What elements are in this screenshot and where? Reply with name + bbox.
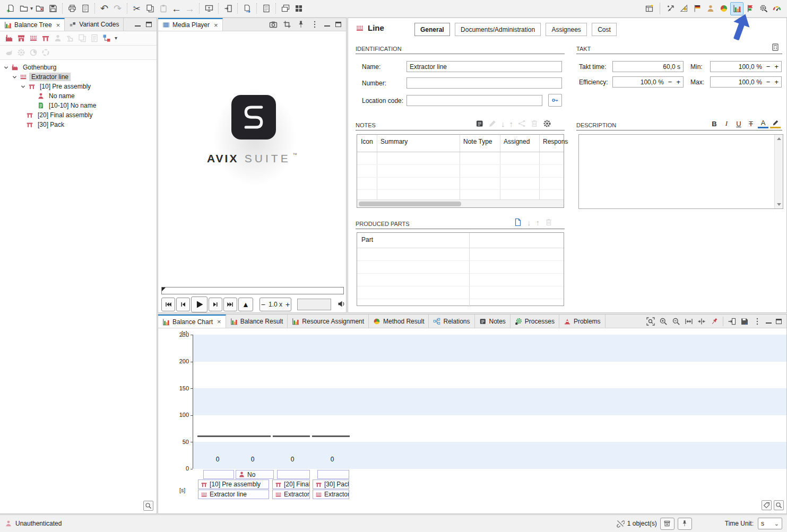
- gear-icon[interactable]: [17, 48, 25, 57]
- chart-column-box[interactable]: [203, 470, 234, 479]
- station-import-icon[interactable]: [202, 2, 215, 15]
- report-icon[interactable]: [260, 2, 273, 15]
- zoom-fit-icon[interactable]: [646, 317, 655, 326]
- pin-chart-icon[interactable]: [710, 317, 719, 326]
- add-part-icon[interactable]: [514, 218, 522, 226]
- speaker-icon[interactable]: [338, 300, 346, 308]
- tree-item-30-pack[interactable]: [30] Pack: [0, 120, 157, 129]
- chart-zoom-button[interactable]: [774, 500, 784, 510]
- tab-balance-result[interactable]: Balance Result: [226, 315, 288, 328]
- notes-hscrollbar[interactable]: [357, 199, 564, 207]
- tile-windows-icon[interactable]: [292, 2, 305, 15]
- column-header[interactable]: Note Type: [463, 138, 492, 145]
- print-icon[interactable]: [65, 2, 79, 15]
- chart-group-line-box[interactable]: Extractor line: [198, 490, 269, 499]
- close-icon[interactable]: ×: [214, 21, 218, 29]
- tab-cost[interactable]: Cost: [592, 23, 617, 36]
- tab-general[interactable]: General: [414, 23, 450, 36]
- forward-icon[interactable]: →: [183, 2, 196, 15]
- seek-bar[interactable]: [161, 287, 344, 294]
- undo-icon[interactable]: ↶: [98, 2, 111, 15]
- speed-plus-icon[interactable]: +: [286, 300, 290, 309]
- refresh-shutter-icon[interactable]: [41, 48, 50, 57]
- edit-note-icon[interactable]: [488, 119, 497, 128]
- tab-notes[interactable]: Notes: [475, 315, 511, 328]
- minimize-icon[interactable]: [135, 22, 141, 27]
- min-field[interactable]: 100,0 % − +: [710, 61, 782, 72]
- scrollbar-thumb[interactable]: [359, 202, 461, 206]
- chart-column-box[interactable]: [317, 470, 349, 479]
- redo-icon[interactable]: ↷: [111, 2, 124, 15]
- language-flag-icon[interactable]: [690, 2, 704, 15]
- gauge-icon[interactable]: [770, 2, 783, 15]
- chart-group-station-box[interactable]: [20] Final: [272, 479, 310, 489]
- pin-icon[interactable]: [297, 20, 305, 29]
- font-color-icon[interactable]: A: [758, 119, 768, 128]
- play-button[interactable]: [191, 296, 207, 312]
- description-textarea[interactable]: [578, 134, 783, 209]
- tree-zoom-button[interactable]: [143, 501, 153, 511]
- tree-item-10-pre-assembly[interactable]: [10] Pre assembly: [0, 82, 157, 91]
- eject-button[interactable]: ▲: [238, 298, 253, 311]
- tab-balance-chart[interactable]: Balance Chart ×: [158, 315, 226, 328]
- expander-chevron-icon[interactable]: [12, 74, 18, 80]
- menu-dots-icon[interactable]: [753, 317, 762, 326]
- chart-column-box[interactable]: [277, 470, 310, 479]
- description-vscrollbar[interactable]: [774, 135, 783, 208]
- print-preview-icon[interactable]: [79, 2, 92, 15]
- hierarchy-dropdown-caret-icon[interactable]: ▾: [115, 36, 117, 41]
- tree-item-20-final-assembly[interactable]: [20] Final assembly: [0, 110, 157, 120]
- fit-center-icon[interactable]: [697, 317, 706, 326]
- stepper-plus-icon[interactable]: +: [676, 79, 680, 85]
- takt-time-field[interactable]: 60,0 s: [612, 61, 684, 72]
- measure-ruler-icon[interactable]: [677, 2, 690, 15]
- stepper-minus-icon[interactable]: −: [766, 79, 771, 85]
- expander-chevron-icon[interactable]: [20, 84, 26, 90]
- chart-tag-button[interactable]: [762, 500, 772, 510]
- location-code-picker-button[interactable]: [548, 94, 562, 107]
- maximize-icon[interactable]: [146, 22, 152, 27]
- tree-item-gothenburg[interactable]: Gothenburg: [0, 63, 157, 72]
- scroll-down-arrow-icon[interactable]: [775, 200, 783, 208]
- save-icon[interactable]: [46, 2, 59, 15]
- cascade-windows-icon[interactable]: [279, 2, 292, 15]
- fit-width-icon[interactable]: [685, 317, 693, 326]
- strikethrough-icon[interactable]: T: [746, 119, 756, 128]
- zoom-in-icon[interactable]: [659, 317, 668, 326]
- chart-column-box[interactable]: No: [236, 470, 274, 479]
- add-document-icon[interactable]: [90, 34, 99, 42]
- italic-icon[interactable]: I: [721, 119, 732, 128]
- stepper-minus-icon[interactable]: −: [668, 79, 672, 85]
- minimize-icon[interactable]: [324, 22, 330, 27]
- produced-parts-table[interactable]: Part: [357, 232, 564, 306]
- chart-group-station-box[interactable]: [30] Pack: [313, 479, 349, 489]
- add-line-icon[interactable]: [29, 34, 38, 42]
- window-layout-icon[interactable]: [643, 2, 656, 15]
- archive-button[interactable]: [660, 518, 674, 530]
- tab-assignees[interactable]: Assignees: [546, 23, 586, 36]
- takt-calculator-icon[interactable]: [771, 43, 780, 51]
- tab-method-result[interactable]: Method Result: [369, 315, 429, 328]
- maximize-icon[interactable]: [335, 22, 341, 27]
- underline-icon[interactable]: U: [733, 119, 744, 128]
- snapshot-camera-icon[interactable]: [269, 20, 278, 29]
- seek-position-marker[interactable]: [162, 287, 166, 291]
- tab-problems[interactable]: Problems: [559, 315, 606, 328]
- maximize-icon[interactable]: [776, 319, 782, 324]
- playback-speed-control[interactable]: − 1.0 x +: [260, 298, 291, 311]
- import-icon[interactable]: [221, 2, 235, 15]
- number-field[interactable]: [407, 77, 562, 89]
- stepper-plus-icon[interactable]: +: [774, 79, 779, 85]
- zoom-out-icon[interactable]: [672, 317, 680, 326]
- skip-start-button[interactable]: [161, 298, 175, 311]
- add-robot-icon[interactable]: [66, 34, 74, 42]
- open-icon[interactable]: [17, 2, 30, 15]
- add-operator-icon[interactable]: [54, 34, 62, 42]
- tree-item-no-name-operator[interactable]: No name: [0, 91, 157, 101]
- notes-table[interactable]: Icon Summary Note Type Assigned Respons: [357, 134, 564, 208]
- minimize-icon[interactable]: [766, 319, 772, 324]
- scroll-up-arrow-icon[interactable]: [775, 135, 783, 143]
- chart-group-line-box[interactable]: Extractor: [313, 490, 349, 499]
- tab-media-player[interactable]: Media Player ×: [158, 18, 223, 31]
- delete-note-icon[interactable]: [530, 119, 539, 128]
